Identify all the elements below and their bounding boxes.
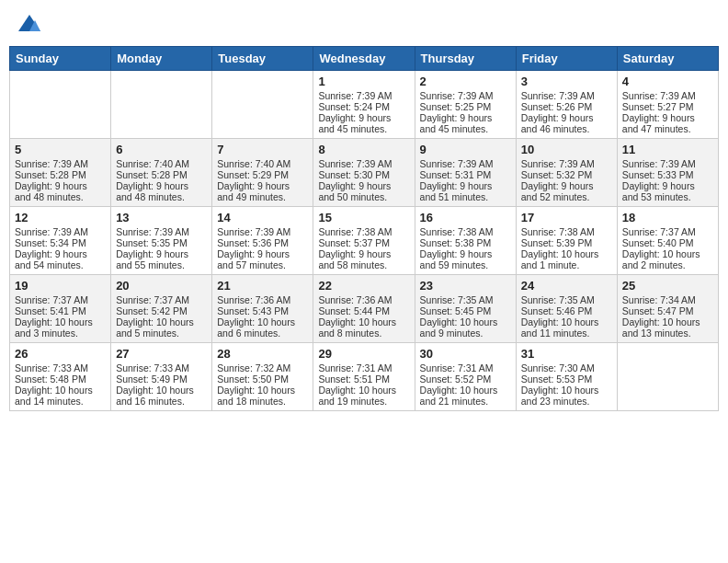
calendar-cell: 24Sunrise: 7:35 AMSunset: 5:46 PMDayligh… — [516, 275, 617, 343]
cell-text: Sunrise: 7:40 AM — [217, 158, 308, 169]
cell-text: Sunset: 5:42 PM — [116, 305, 207, 316]
cell-text: Daylight: 10 hours — [217, 316, 308, 327]
calendar-cell: 22Sunrise: 7:36 AMSunset: 5:44 PMDayligh… — [313, 275, 415, 343]
cell-text: Sunrise: 7:37 AM — [622, 226, 713, 237]
cell-text: Sunset: 5:34 PM — [15, 237, 106, 248]
cell-text: Sunrise: 7:39 AM — [318, 158, 409, 169]
cell-text: and 48 minutes. — [116, 191, 207, 202]
calendar-cell: 26Sunrise: 7:33 AMSunset: 5:48 PMDayligh… — [10, 343, 111, 411]
logo — [17, 13, 46, 35]
cell-text: Sunset: 5:36 PM — [217, 237, 308, 248]
cell-text: Sunset: 5:41 PM — [15, 305, 106, 316]
cell-text: Sunrise: 7:37 AM — [116, 294, 207, 305]
weekday-header-monday: Monday — [111, 47, 212, 71]
cell-text: and 3 minutes. — [15, 327, 106, 339]
cell-text: Sunrise: 7:38 AM — [318, 226, 409, 237]
cell-text: Sunset: 5:28 PM — [15, 169, 106, 180]
calendar-cell: 5Sunrise: 7:39 AMSunset: 5:28 PMDaylight… — [10, 139, 111, 207]
cell-text: Daylight: 9 hours — [521, 180, 612, 191]
cell-text: Daylight: 10 hours — [116, 385, 207, 396]
cell-text: Sunset: 5:28 PM — [116, 169, 207, 180]
cell-text: Sunrise: 7:36 AM — [217, 294, 308, 305]
cell-text: Sunset: 5:38 PM — [420, 237, 511, 248]
cell-text: Sunset: 5:37 PM — [318, 237, 409, 248]
cell-text: Sunset: 5:45 PM — [420, 305, 511, 316]
cell-text: and 16 minutes. — [116, 396, 207, 407]
cell-text: Daylight: 10 hours — [521, 385, 612, 396]
cell-text: Daylight: 10 hours — [217, 385, 308, 396]
calendar-cell: 17Sunrise: 7:38 AMSunset: 5:39 PMDayligh… — [516, 207, 617, 275]
calendar-cell: 10Sunrise: 7:39 AMSunset: 5:32 PMDayligh… — [516, 139, 617, 207]
cell-text: and 50 minutes. — [318, 191, 409, 202]
day-number: 4 — [622, 75, 713, 88]
day-number: 23 — [420, 279, 511, 293]
calendar-cell: 15Sunrise: 7:38 AMSunset: 5:37 PMDayligh… — [313, 207, 415, 275]
cell-text: Sunrise: 7:39 AM — [15, 158, 106, 169]
cell-text: Sunrise: 7:31 AM — [318, 362, 409, 373]
cell-text: Sunrise: 7:34 AM — [622, 294, 713, 305]
cell-text: Sunrise: 7:39 AM — [318, 90, 409, 101]
cell-text: and 59 minutes. — [420, 259, 511, 270]
day-number: 29 — [318, 347, 409, 361]
cell-text: Sunset: 5:52 PM — [420, 373, 511, 385]
calendar-cell: 11Sunrise: 7:39 AMSunset: 5:33 PMDayligh… — [617, 139, 718, 207]
day-number: 30 — [420, 347, 511, 361]
cell-text: Daylight: 9 hours — [420, 180, 511, 191]
cell-text: Sunrise: 7:39 AM — [15, 226, 106, 237]
cell-text: Daylight: 10 hours — [318, 316, 409, 327]
weekday-header-thursday: Thursday — [415, 47, 516, 71]
weekday-header-tuesday: Tuesday — [212, 47, 313, 71]
day-number: 7 — [217, 143, 308, 156]
cell-text: Daylight: 9 hours — [318, 248, 409, 259]
cell-text: Daylight: 9 hours — [420, 248, 511, 259]
cell-text: Sunrise: 7:39 AM — [622, 158, 713, 169]
day-number: 26 — [15, 347, 106, 361]
cell-text: Sunset: 5:43 PM — [217, 305, 308, 316]
cell-text: Sunset: 5:27 PM — [622, 101, 713, 112]
cell-text: and 14 minutes. — [15, 396, 106, 407]
cell-text: Sunrise: 7:32 AM — [217, 362, 308, 373]
cell-text: Daylight: 9 hours — [318, 180, 409, 191]
cell-text: Daylight: 9 hours — [217, 180, 308, 191]
day-number: 28 — [217, 347, 308, 361]
calendar-cell: 30Sunrise: 7:31 AMSunset: 5:52 PMDayligh… — [415, 343, 516, 411]
weekday-header-friday: Friday — [516, 47, 617, 71]
cell-text: Sunrise: 7:39 AM — [116, 226, 207, 237]
cell-text: Daylight: 9 hours — [116, 248, 207, 259]
day-number: 18 — [622, 211, 713, 224]
day-number: 27 — [116, 347, 207, 361]
weekday-header-wednesday: Wednesday — [313, 47, 415, 71]
day-number: 6 — [116, 143, 207, 156]
cell-text: Daylight: 10 hours — [15, 385, 106, 396]
cell-text: and 13 minutes. — [622, 327, 713, 339]
day-number: 24 — [521, 279, 612, 293]
cell-text: Sunrise: 7:35 AM — [420, 294, 511, 305]
calendar-cell: 3Sunrise: 7:39 AMSunset: 5:26 PMDaylight… — [516, 71, 617, 139]
cell-text: and 47 minutes. — [622, 123, 713, 134]
cell-text: Daylight: 9 hours — [420, 112, 511, 123]
day-number: 31 — [521, 347, 612, 361]
calendar-cell: 27Sunrise: 7:33 AMSunset: 5:49 PMDayligh… — [111, 343, 212, 411]
calendar-cell — [617, 343, 718, 411]
day-number: 3 — [521, 75, 612, 88]
day-number: 25 — [622, 279, 713, 293]
cell-text: Daylight: 10 hours — [420, 385, 511, 396]
cell-text: and 9 minutes. — [420, 327, 511, 339]
cell-text: Sunrise: 7:39 AM — [420, 90, 511, 101]
day-number: 1 — [318, 75, 409, 88]
day-number: 15 — [318, 211, 409, 224]
cell-text: Sunrise: 7:39 AM — [217, 226, 308, 237]
cell-text: Sunrise: 7:33 AM — [15, 362, 106, 373]
cell-text: Sunset: 5:51 PM — [318, 373, 409, 385]
calendar-table: SundayMondayTuesdayWednesdayThursdayFrid… — [9, 46, 719, 411]
calendar-cell: 29Sunrise: 7:31 AMSunset: 5:51 PMDayligh… — [313, 343, 415, 411]
cell-text: Sunrise: 7:36 AM — [318, 294, 409, 305]
cell-text: Daylight: 9 hours — [318, 112, 409, 123]
cell-text: Daylight: 10 hours — [420, 316, 511, 327]
cell-text: Daylight: 10 hours — [116, 316, 207, 327]
cell-text: and 58 minutes. — [318, 259, 409, 270]
day-number: 12 — [15, 211, 106, 224]
cell-text: and 2 minutes. — [622, 259, 713, 270]
cell-text: Sunrise: 7:35 AM — [521, 294, 612, 305]
day-number: 11 — [622, 143, 713, 156]
